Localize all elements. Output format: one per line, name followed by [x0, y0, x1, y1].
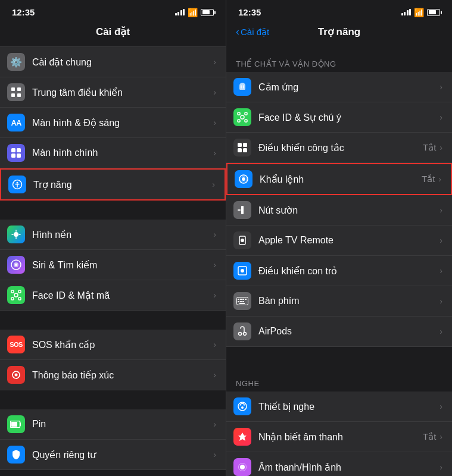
nut-suon-icon	[233, 201, 251, 219]
svg-rect-17	[18, 298, 21, 300]
svg-point-20	[15, 374, 18, 377]
siri-label: Siri & Tìm kiếm	[32, 259, 213, 271]
right-item-face-id-su-chu-y[interactable]: Face ID & Sự chú ý ›	[226, 102, 452, 133]
quyen-rieng-tu-label: Quyền riêng tư	[32, 449, 213, 461]
right-nav-title: Trợ năng	[318, 26, 360, 38]
svg-point-34	[242, 177, 245, 181]
apple-tv-label: Apple TV Remote	[258, 235, 439, 246]
svg-rect-45	[245, 299, 247, 300]
nhan-biet-am-thanh-value: Tắt	[423, 431, 436, 442]
svg-rect-4	[11, 148, 15, 152]
back-button[interactable]: ‹ Cài đặt	[236, 26, 269, 38]
left-item-man-hinh-do-sang[interactable]: AA Màn hình & Độ sáng ›	[0, 108, 226, 138]
chevron-icon: ›	[213, 370, 216, 380]
man-hinh-do-sang-icon: AA	[7, 114, 25, 131]
svg-rect-49	[239, 303, 245, 304]
left-item-thong-bao[interactable]: Thông báo tiếp xúc ›	[0, 360, 226, 390]
chevron-icon: ›	[439, 296, 442, 306]
svg-rect-31	[238, 148, 242, 152]
chevron-icon: ›	[212, 180, 215, 189]
chevron-icon: ›	[438, 174, 441, 184]
right-item-dieu-khien-con-tro[interactable]: Điều khiển con trỏ ›	[226, 256, 452, 286]
chevron-icon: ›	[213, 340, 216, 349]
right-item-nhan-biet-am-thanh[interactable]: Nhận biết âm thanh Tắt ›	[226, 422, 452, 452]
right-item-dieu-khien-cong-tac[interactable]: Điều khiển công tắc Tắt ›	[226, 133, 452, 163]
airpods-label: AirPods	[258, 326, 439, 337]
svg-rect-44	[242, 299, 244, 300]
svg-rect-25	[245, 112, 247, 115]
left-item-pin[interactable]: Pin ›	[0, 409, 226, 440]
left-item-trung-tam[interactable]: Trung tâm điều khiển ›	[0, 77, 226, 108]
apple-tv-icon	[233, 231, 251, 249]
left-item-siri[interactable]: Siri & Tìm kiếm ›	[0, 250, 226, 280]
face-id-label: Face ID & Mật mã	[32, 290, 213, 301]
left-item-man-hinh-chinh[interactable]: Màn hình chính ›	[0, 138, 226, 168]
man-hinh-chinh-label: Màn hình chính	[32, 148, 213, 158]
right-item-apple-tv[interactable]: Apple TV Remote ›	[226, 226, 452, 256]
left-item-cai-dat-chung[interactable]: ⚙️ Cài đặt chung ›	[0, 46, 226, 77]
right-item-nut-suon[interactable]: Nút sườn ›	[226, 195, 452, 226]
tro-nang-icon	[8, 176, 26, 193]
chevron-icon: ›	[213, 290, 216, 300]
right-time: 12:35	[238, 7, 261, 17]
svg-rect-48	[242, 301, 244, 302]
dieu-khien-cong-tac-icon	[233, 139, 251, 156]
svg-point-54	[240, 465, 245, 469]
right-item-ban-phim[interactable]: Bàn phím ›	[226, 286, 452, 317]
svg-rect-29	[238, 143, 242, 147]
thong-bao-label: Thông báo tiếp xúc	[32, 369, 213, 381]
left-item-hinh-nen[interactable]: Hình nền ›	[0, 220, 226, 250]
chevron-icon: ›	[439, 143, 442, 152]
hinh-nen-icon	[7, 226, 25, 243]
left-item-sos[interactable]: SOS SOS khẩn cấp ›	[0, 330, 226, 360]
battery-icon	[201, 9, 214, 16]
left-settings-list: ⚙️ Cài đặt chung › Trung tâm điều khiển …	[0, 44, 226, 476]
right-item-cam-ung[interactable]: Cảm ứng ›	[226, 72, 452, 102]
svg-rect-6	[11, 154, 15, 158]
nhan-biet-am-thanh-label: Nhận biết âm thanh	[258, 431, 423, 443]
back-arrow-icon: ‹	[236, 26, 239, 38]
svg-rect-1	[17, 87, 21, 91]
svg-point-18	[14, 293, 18, 297]
left-item-quyen-rieng-tu[interactable]: Quyền riêng tư ›	[0, 440, 226, 470]
pin-label: Pin	[32, 419, 213, 430]
chevron-icon: ›	[213, 450, 216, 459]
section2-header: NGHE	[226, 366, 452, 392]
hinh-nen-label: Hình nền	[32, 229, 213, 240]
left-item-face-id[interactable]: Face ID & Mật mã ›	[0, 280, 226, 311]
left-item-tro-nang[interactable]: Trợ năng ›	[0, 168, 226, 201]
thong-bao-icon	[7, 366, 25, 384]
am-thanh-label: Âm thanh/Hình ảnh	[258, 462, 439, 473]
svg-rect-30	[243, 143, 247, 147]
right-item-airpods[interactable]: AirPods ›	[226, 317, 452, 347]
man-hinh-chinh-icon	[7, 144, 25, 162]
svg-rect-42	[238, 299, 239, 300]
right-item-am-thanh[interactable]: Âm thanh/Hình ảnh ›	[226, 452, 452, 476]
svg-rect-26	[238, 120, 240, 122]
svg-rect-15	[18, 290, 21, 293]
wifi-icon: 📶	[188, 8, 198, 17]
sos-icon: SOS	[7, 336, 25, 353]
trung-tam-label: Trung tâm điều khiển	[32, 87, 213, 98]
dieu-khien-con-tro-label: Điều khiển con trỏ	[258, 265, 439, 277]
left-nav-bar: Cài đặt	[0, 21, 226, 44]
left-nav-title: Cài đặt	[96, 26, 130, 38]
svg-rect-47	[240, 301, 242, 302]
right-item-thiet-bi-nghe[interactable]: Thiết bị nghe ›	[226, 392, 452, 422]
svg-point-9	[17, 182, 18, 184]
back-label: Cài đặt	[241, 27, 269, 37]
dieu-khien-cong-tac-value: Tắt	[423, 142, 436, 153]
thiet-bi-nghe-label: Thiết bị nghe	[258, 401, 439, 412]
svg-rect-24	[238, 112, 240, 115]
wifi-icon: 📶	[414, 8, 424, 17]
chevron-icon: ›	[213, 230, 216, 239]
chevron-icon: ›	[213, 419, 216, 429]
face-id-su-chu-y-icon	[233, 108, 251, 126]
cai-dat-chung-icon: ⚙️	[7, 53, 25, 71]
left-time: 12:35	[12, 7, 35, 17]
trung-tam-icon	[7, 83, 25, 101]
right-item-khau-lenh[interactable]: Khẩu lệnh Tắt ›	[226, 163, 452, 195]
right-status-icons: 📶	[401, 8, 441, 17]
chevron-icon: ›	[213, 148, 216, 158]
svg-rect-0	[11, 87, 15, 91]
